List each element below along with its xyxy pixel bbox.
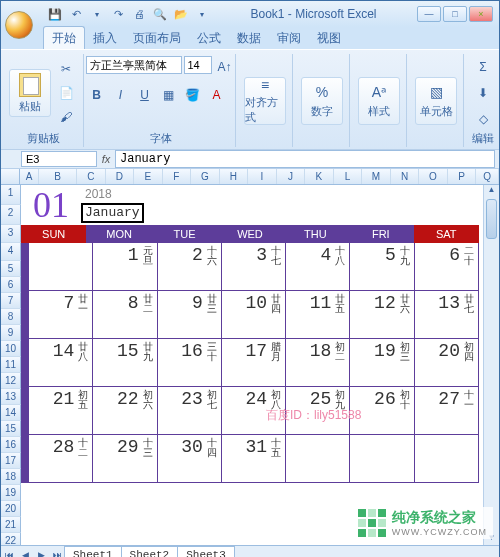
qat-undo-icon[interactable]: ↶ <box>68 6 84 22</box>
fill-icon[interactable]: ⬇ <box>472 82 494 104</box>
col-header-B[interactable]: B <box>39 169 77 184</box>
format-painter-icon[interactable]: 🖌 <box>55 106 77 128</box>
day-cell[interactable]: 21初五 <box>29 387 93 434</box>
scroll-thumb[interactable] <box>486 199 497 239</box>
day-cell[interactable]: 3十七 <box>222 243 286 290</box>
font-family-select[interactable] <box>86 56 182 74</box>
row-header-13[interactable]: 13 <box>1 389 21 405</box>
col-header-P[interactable]: P <box>448 169 477 184</box>
vertical-scrollbar[interactable]: ▲ ▼ <box>483 185 499 545</box>
row-header-15[interactable]: 15 <box>1 421 21 437</box>
day-cell[interactable] <box>350 435 414 482</box>
day-cell[interactable]: 15廿九 <box>93 339 157 386</box>
sheet-tab-sheet3[interactable]: Sheet3 <box>177 546 235 557</box>
tab-开始[interactable]: 开始 <box>43 26 85 49</box>
col-header-H[interactable]: H <box>220 169 249 184</box>
day-cell[interactable]: 5十九 <box>350 243 414 290</box>
day-cell[interactable]: 4十八 <box>286 243 350 290</box>
office-button[interactable] <box>5 11 33 39</box>
font-color-icon[interactable]: A <box>206 84 228 106</box>
row-header-4[interactable]: 4 <box>1 243 21 261</box>
qat-preview-icon[interactable]: 🔍 <box>152 6 168 22</box>
sheet-nav-last-icon[interactable]: ⏭ <box>49 550 65 558</box>
day-cell[interactable]: 17腊月 <box>222 339 286 386</box>
fx-icon[interactable]: fx <box>97 153 115 165</box>
qat-customize-icon[interactable]: ▾ <box>194 6 210 22</box>
qat-open-icon[interactable]: 📂 <box>173 6 189 22</box>
row-header-7[interactable]: 7 <box>1 293 21 309</box>
row-header-8[interactable]: 8 <box>1 309 21 325</box>
day-cell[interactable]: 28十二 <box>29 435 93 482</box>
scroll-up-icon[interactable]: ▲ <box>484 185 499 197</box>
underline-button[interactable]: U <box>134 84 156 106</box>
day-cell[interactable]: 25初九 <box>286 387 350 434</box>
day-cell[interactable]: 29十三 <box>93 435 157 482</box>
day-cell[interactable]: 11廿五 <box>286 291 350 338</box>
row-header-2[interactable]: 2 <box>1 205 21 225</box>
col-header-I[interactable]: I <box>248 169 277 184</box>
row-header-6[interactable]: 6 <box>1 277 21 293</box>
col-header-J[interactable]: J <box>277 169 306 184</box>
tab-插入[interactable]: 插入 <box>85 27 125 49</box>
day-cell[interactable]: 7廿一 <box>29 291 93 338</box>
autosum-icon[interactable]: Σ <box>472 56 494 78</box>
qat-print-icon[interactable]: 🖨 <box>131 6 147 22</box>
sheet-nav-next-icon[interactable]: ▶ <box>33 550 49 558</box>
day-cell[interactable]: 12廿六 <box>350 291 414 338</box>
row-header-12[interactable]: 12 <box>1 373 21 389</box>
fill-color-icon[interactable]: 🪣 <box>182 84 204 106</box>
calendar-month-name[interactable]: January <box>81 203 144 223</box>
day-cell[interactable]: 9廿三 <box>158 291 222 338</box>
grow-font-icon[interactable]: A↑ <box>214 56 236 78</box>
alignment-button[interactable]: ≡对齐方式 <box>244 77 286 125</box>
formula-bar[interactable] <box>115 150 495 168</box>
tab-公式[interactable]: 公式 <box>189 27 229 49</box>
row-header-20[interactable]: 20 <box>1 501 21 517</box>
day-cell[interactable]: 18初二 <box>286 339 350 386</box>
border-icon[interactable]: ▦ <box>158 84 180 106</box>
day-cell[interactable] <box>29 243 93 290</box>
maximize-button[interactable]: □ <box>443 6 467 22</box>
row-header-9[interactable]: 9 <box>1 325 21 341</box>
row-header-1[interactable]: 1 <box>1 185 21 205</box>
col-header-F[interactable]: F <box>163 169 192 184</box>
day-cell[interactable]: 22初六 <box>93 387 157 434</box>
col-header-K[interactable]: K <box>305 169 334 184</box>
day-cell[interactable]: 8廿二 <box>93 291 157 338</box>
sheet-tab-sheet2[interactable]: Sheet2 <box>121 546 179 557</box>
day-cell[interactable]: 23初七 <box>158 387 222 434</box>
tab-审阅[interactable]: 审阅 <box>269 27 309 49</box>
day-cell[interactable]: 16三十 <box>158 339 222 386</box>
col-header-N[interactable]: N <box>391 169 420 184</box>
col-header-Q[interactable]: Q <box>476 169 499 184</box>
col-header-M[interactable]: M <box>362 169 391 184</box>
row-header-16[interactable]: 16 <box>1 437 21 453</box>
day-cell[interactable]: 2十六 <box>158 243 222 290</box>
col-header-L[interactable]: L <box>334 169 363 184</box>
bold-button[interactable]: B <box>86 84 108 106</box>
row-header-11[interactable]: 11 <box>1 357 21 373</box>
row-header-17[interactable]: 17 <box>1 453 21 469</box>
col-header-A[interactable]: A <box>20 169 39 184</box>
sheet-nav-prev-icon[interactable]: ◀ <box>17 550 33 558</box>
tab-页面布局[interactable]: 页面布局 <box>125 27 189 49</box>
day-cell[interactable]: 14廿八 <box>29 339 93 386</box>
day-cell[interactable] <box>286 435 350 482</box>
day-cell[interactable]: 6二十 <box>415 243 479 290</box>
day-cell[interactable]: 31十五 <box>222 435 286 482</box>
cells-button[interactable]: ▧单元格 <box>415 77 457 125</box>
row-header-14[interactable]: 14 <box>1 405 21 421</box>
row-header-19[interactable]: 19 <box>1 485 21 501</box>
name-box[interactable] <box>21 151 97 167</box>
number-button[interactable]: %数字 <box>301 77 343 125</box>
styles-button[interactable]: Aᵃ样式 <box>358 77 400 125</box>
col-header-G[interactable]: G <box>191 169 220 184</box>
close-button[interactable]: × <box>469 6 493 22</box>
day-cell[interactable]: 30十四 <box>158 435 222 482</box>
sheet-tab-sheet1[interactable]: Sheet1 <box>64 546 122 557</box>
col-header-E[interactable]: E <box>134 169 163 184</box>
row-header-22[interactable]: 22 <box>1 533 21 545</box>
sheet-nav-first-icon[interactable]: ⏮ <box>1 550 17 558</box>
row-header-10[interactable]: 10 <box>1 341 21 357</box>
col-header-O[interactable]: O <box>419 169 448 184</box>
